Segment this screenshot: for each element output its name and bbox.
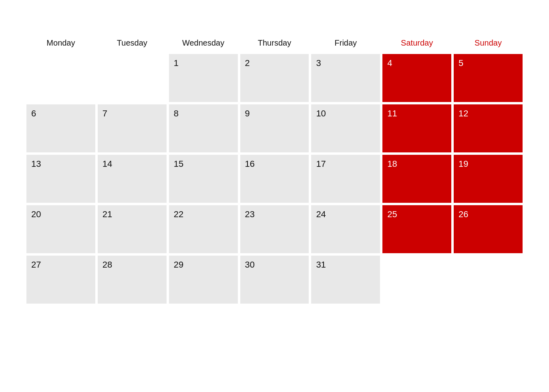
day-cell-14: 14 — [98, 155, 167, 203]
day-cell-22: 22 — [169, 205, 238, 253]
day-number: 31 — [316, 260, 326, 270]
day-number: 3 — [316, 58, 321, 68]
day-cell-20: 20 — [26, 205, 95, 253]
day-header-sunday: Sunday — [454, 38, 523, 52]
day-cell-5: 5 — [454, 54, 523, 102]
day-cell-4: 4 — [382, 54, 451, 102]
day-cell-29: 29 — [169, 256, 238, 304]
day-number: 5 — [459, 58, 463, 68]
day-number: 6 — [31, 108, 36, 118]
day-cell-7: 7 — [98, 104, 167, 152]
day-number: 19 — [459, 159, 468, 169]
calendar-week-row: 13141516171819 — [26, 155, 523, 203]
day-number: 13 — [31, 159, 41, 169]
calendar-week-row: 6789101112 — [26, 104, 523, 152]
day-cell-16: 16 — [240, 155, 309, 203]
day-number: 29 — [174, 260, 183, 270]
day-number: 8 — [174, 108, 179, 118]
day-number: 14 — [103, 159, 112, 169]
day-number: 15 — [174, 159, 183, 169]
day-cell-27: 27 — [26, 256, 95, 304]
day-cell-3: 3 — [311, 54, 380, 102]
day-cell-12: 12 — [454, 104, 523, 152]
day-number: 22 — [174, 209, 183, 219]
day-cell-1: 1 — [169, 54, 238, 102]
day-number: 23 — [245, 209, 255, 219]
day-number: 17 — [316, 159, 326, 169]
day-cell-19: 19 — [454, 155, 523, 203]
day-header-friday: Friday — [311, 38, 380, 52]
calendar-week-row: 20212223242526 — [26, 205, 523, 253]
day-number: 9 — [245, 108, 250, 118]
day-number: 2 — [245, 58, 250, 68]
day-number: 25 — [387, 209, 397, 219]
day-cell-23: 23 — [240, 205, 309, 253]
day-cell-11: 11 — [382, 104, 451, 152]
calendar-container: MondayTuesdayWednesdayThursdayFridaySatu… — [24, 24, 525, 306]
calendar-header-row: MondayTuesdayWednesdayThursdayFridaySatu… — [26, 38, 523, 52]
day-number: 4 — [387, 58, 392, 68]
day-number: 7 — [103, 108, 107, 118]
day-cell-10: 10 — [311, 104, 380, 152]
day-number: 26 — [459, 209, 468, 219]
day-cell-28: 28 — [98, 256, 167, 304]
day-header-saturday: Saturday — [382, 38, 451, 52]
day-cell-30: 30 — [240, 256, 309, 304]
day-number: 27 — [31, 260, 41, 270]
day-cell-25: 25 — [382, 205, 451, 253]
empty-cell — [454, 256, 523, 304]
day-number: 12 — [459, 108, 468, 118]
calendar-week-row: 12345 — [26, 54, 523, 102]
day-number: 28 — [103, 260, 112, 270]
day-cell-6: 6 — [26, 104, 95, 152]
day-number: 20 — [31, 209, 41, 219]
day-header-monday: Monday — [26, 38, 95, 52]
day-cell-9: 9 — [240, 104, 309, 152]
empty-cell — [382, 256, 451, 304]
day-cell-2: 2 — [240, 54, 309, 102]
day-cell-8: 8 — [169, 104, 238, 152]
day-number: 18 — [387, 159, 397, 169]
calendar-grid: MondayTuesdayWednesdayThursdayFridaySatu… — [24, 36, 525, 306]
day-cell-31: 31 — [311, 256, 380, 304]
day-number: 1 — [174, 58, 179, 68]
empty-cell — [98, 54, 167, 102]
day-header-tuesday: Tuesday — [98, 38, 167, 52]
day-cell-18: 18 — [382, 155, 451, 203]
day-number: 21 — [103, 209, 112, 219]
calendar-body: 1234567891011121314151617181920212223242… — [26, 54, 523, 304]
calendar-week-row: 2728293031 — [26, 256, 523, 304]
day-cell-13: 13 — [26, 155, 95, 203]
day-cell-15: 15 — [169, 155, 238, 203]
day-number: 10 — [316, 108, 326, 118]
day-cell-26: 26 — [454, 205, 523, 253]
day-cell-21: 21 — [98, 205, 167, 253]
day-cell-17: 17 — [311, 155, 380, 203]
day-number: 11 — [387, 108, 397, 118]
empty-cell — [26, 54, 95, 102]
day-header-thursday: Thursday — [240, 38, 309, 52]
day-number: 24 — [316, 209, 326, 219]
day-cell-24: 24 — [311, 205, 380, 253]
day-header-wednesday: Wednesday — [169, 38, 238, 52]
day-number: 16 — [245, 159, 255, 169]
day-number: 30 — [245, 260, 255, 270]
